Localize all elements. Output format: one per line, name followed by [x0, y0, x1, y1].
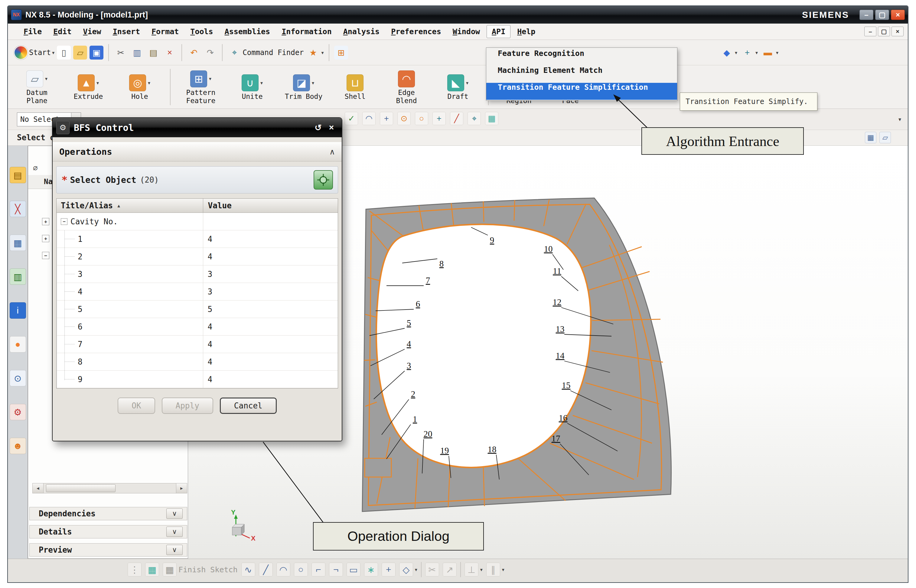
- quick-extend-icon[interactable]: ↗: [443, 562, 457, 577]
- tree-toggle-icon[interactable]: −: [42, 252, 49, 259]
- sketch-tool-button[interactable]: [421, 562, 422, 577]
- table-header-row[interactable]: Title/Alias ▲ Value: [57, 199, 338, 213]
- select-scope-icon[interactable]: ✓: [345, 112, 358, 125]
- pattern-feature-button[interactable]: ⊞ ▾ Pattern Feature: [179, 69, 222, 105]
- operations-group-header[interactable]: Operations ∧: [53, 142, 342, 162]
- maximize-button[interactable]: ▢: [875, 10, 889, 20]
- title-alias-column-header[interactable]: Title/Alias ▲: [57, 199, 203, 213]
- table-row[interactable]: 3 3: [57, 265, 338, 283]
- constraint-navigator-icon[interactable]: ╳: [10, 201, 26, 217]
- menu-item[interactable]: Window: [448, 26, 485, 38]
- hd3d-tool-icon[interactable]: i: [10, 302, 26, 319]
- hole-button[interactable]: ◎ ▾ Hole: [118, 73, 161, 101]
- trim-body-button[interactable]: ◪ ▾ Trim Body: [283, 73, 325, 101]
- dialog-reset-button[interactable]: ↺: [312, 121, 325, 134]
- measure-icon[interactable]: ▬ ▾: [761, 46, 779, 60]
- unite-button[interactable]: ∪ ▾ Unite: [231, 73, 273, 101]
- start-button[interactable]: Start ▾: [14, 46, 55, 60]
- gallery-icon[interactable]: ★ ▾: [306, 46, 324, 60]
- part-navigator-icon[interactable]: ▦: [10, 234, 26, 251]
- selection-bar-overflow-caret[interactable]: ▾: [898, 116, 901, 123]
- finish-sketch-button[interactable]: ▦ Finish Sketch: [163, 562, 238, 577]
- select-object-button[interactable]: [313, 170, 333, 189]
- chevron-down-icon[interactable]: ∨: [166, 509, 183, 519]
- navigator-filter-icon[interactable]: ⌀: [33, 163, 38, 172]
- minimize-button[interactable]: –: [859, 10, 873, 20]
- open-file-icon[interactable]: ▱: [73, 46, 87, 60]
- snap-toggle-icon[interactable]: + ▾: [740, 46, 758, 60]
- menu-item[interactable]: Insert: [108, 26, 145, 38]
- point-icon[interactable]: +: [433, 112, 446, 125]
- toolbar-drag-handle[interactable]: ⋮: [128, 562, 142, 577]
- web-browser-icon[interactable]: ●: [10, 336, 26, 352]
- view-preset-icon[interactable]: ◆ ▾: [720, 46, 737, 60]
- navigator-horizontal-scrollbar[interactable]: ◄ ►: [32, 483, 187, 493]
- chevron-down-icon[interactable]: ∨: [166, 527, 183, 537]
- parallel-icon[interactable]: ∥ ▾: [486, 562, 504, 577]
- toolbar-button[interactable]: [329, 44, 329, 61]
- toolbar-button[interactable]: [181, 44, 182, 61]
- polygon-icon[interactable]: ∗: [364, 562, 378, 577]
- sketch-tool-button[interactable]: [460, 562, 461, 577]
- api-menu-item[interactable]: Transition Feature Simplification: [486, 83, 677, 100]
- menu-item[interactable]: Preferences: [386, 26, 446, 38]
- menu-item[interactable]: File: [19, 26, 47, 38]
- table-row[interactable]: 9 4: [57, 371, 338, 388]
- dependencies-panel[interactable]: Dependencies ∨: [29, 507, 187, 520]
- gear-icon[interactable]: ⚙: [56, 121, 69, 134]
- menu-item[interactable]: Analysis: [338, 26, 384, 38]
- save-icon[interactable]: ▣: [89, 46, 103, 60]
- table-row-root[interactable]: − Cavity No.: [57, 213, 338, 230]
- undo-icon[interactable]: ↶: [187, 46, 201, 60]
- assembly-navigator-icon[interactable]: ▤: [10, 167, 26, 183]
- edge-blend-button[interactable]: ◠ Edge Blend: [385, 69, 428, 105]
- fillet-icon[interactable]: ⌐: [312, 562, 325, 577]
- api-menu-item[interactable]: Machining Element Match: [486, 66, 677, 83]
- dialog-close-button[interactable]: ×: [325, 121, 338, 134]
- apply-button[interactable]: Apply: [162, 397, 213, 414]
- history-icon[interactable]: ⊙: [10, 370, 26, 386]
- menu-item[interactable]: Help: [512, 26, 540, 38]
- arc-icon[interactable]: ◠: [276, 562, 290, 577]
- api-menu-item[interactable]: Feature Recognition: [486, 49, 677, 66]
- sketch-task-icon[interactable]: ▦: [145, 562, 159, 577]
- shell-button[interactable]: ⊔ Shell: [334, 73, 376, 101]
- constraints-icon[interactable]: ⊥ ▾: [465, 562, 483, 577]
- table-row[interactable]: 1 4: [57, 230, 338, 248]
- redo-icon[interactable]: ↷: [203, 46, 217, 60]
- menu-item[interactable]: Assemblies: [220, 26, 275, 38]
- feature-button[interactable]: [170, 69, 171, 105]
- new-file-icon[interactable]: ▯: [57, 46, 71, 60]
- profile-icon[interactable]: ∿: [241, 562, 255, 577]
- ok-button[interactable]: OK: [118, 397, 155, 414]
- table-row[interactable]: 5 5: [57, 300, 338, 318]
- menu-item[interactable]: Edit: [48, 26, 76, 38]
- paste-icon[interactable]: ▤: [146, 46, 160, 60]
- arc-center-icon[interactable]: ⊙: [397, 112, 411, 125]
- delete-icon[interactable]: ×: [163, 46, 177, 60]
- menu-item[interactable]: Information: [277, 26, 337, 38]
- tree-toggle-icon[interactable]: +: [42, 218, 49, 225]
- more-curves-icon[interactable]: ◇ ▾: [399, 562, 417, 577]
- scrollbar-thumb[interactable]: [46, 484, 116, 492]
- value-column-header[interactable]: Value: [203, 199, 338, 213]
- details-panel[interactable]: Details ∨: [29, 525, 187, 538]
- toolbar-button[interactable]: [222, 44, 223, 61]
- grid-snap-icon[interactable]: ▦: [485, 112, 498, 125]
- chevron-down-icon[interactable]: ∨: [166, 545, 183, 555]
- quick-trim-icon[interactable]: ✂: [425, 562, 439, 577]
- table-row[interactable]: 6 4: [57, 318, 338, 336]
- chevron-up-icon[interactable]: ∧: [329, 147, 335, 157]
- doc-close-button[interactable]: ×: [892, 27, 904, 36]
- menu-item[interactable]: Tools: [186, 26, 218, 38]
- process-studio-icon[interactable]: ⚙: [10, 404, 26, 420]
- wireframe-view-icon[interactable]: ▱: [879, 132, 891, 143]
- table-row[interactable]: 2 4: [57, 248, 338, 265]
- cut-icon[interactable]: ✂: [114, 46, 128, 60]
- tree-toggle-icon[interactable]: +: [42, 235, 49, 242]
- reuse-library-icon[interactable]: ▥: [10, 268, 26, 285]
- collapse-node-icon[interactable]: −: [61, 218, 68, 225]
- preview-panel[interactable]: Preview ∨: [29, 543, 187, 557]
- line-icon[interactable]: ╱: [450, 112, 463, 125]
- point-icon[interactable]: +: [382, 562, 396, 577]
